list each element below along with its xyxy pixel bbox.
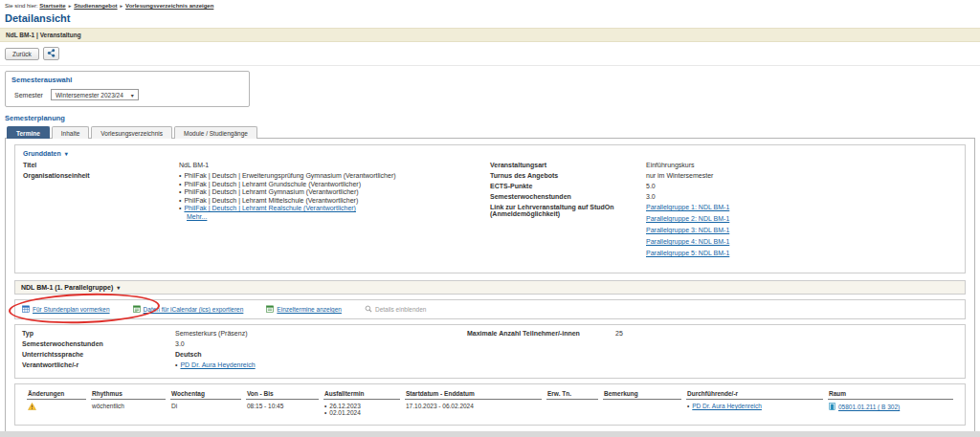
col-header-rhythmus[interactable]: Rhythmus (91, 388, 166, 400)
verantwortliche-link[interactable]: PD Dr. Aura Heydenreich (180, 361, 255, 368)
col-header-aenderungen[interactable]: Änderungen (27, 388, 86, 400)
col-header-von-bis[interactable]: Von - Bis (246, 388, 319, 400)
magnifier-icon (365, 305, 372, 314)
schedule-table-box: Änderungen Rhythmus Wochentag Von - Bis … (14, 383, 966, 426)
breadcrumb-link-startseite[interactable]: Startseite (39, 3, 65, 9)
stundenplan-vormerken-action[interactable]: Für Stundenplan vormerken (22, 305, 110, 314)
warning-icon (28, 404, 36, 411)
ausfalltermin-2: 02.01.2024 (324, 409, 399, 416)
wochentag-cell: Di (170, 400, 241, 419)
semester-selection-heading: Semesterauswahl (11, 76, 243, 84)
max-teilnehmer-value: 25 (615, 330, 623, 337)
actions-box: Für Stundenplan vormerken Daten für iCal… (14, 299, 966, 319)
titel-label: Titel (23, 162, 179, 168)
max-teilnehmer-label: Maximale Anzahl Teilnehmer/-innen (467, 330, 615, 337)
share-button[interactable] (43, 47, 59, 60)
bemerkung-cell (603, 400, 681, 419)
einzeltermine-anzeigen-action[interactable]: Einzeltermine anzeigen (266, 305, 342, 314)
col-header-wochentag[interactable]: Wochentag (170, 388, 241, 400)
erw-tn-cell (546, 400, 598, 419)
details-einblenden-label: Details einblenden (375, 306, 426, 313)
org-item: PhilFak | Deutsch | Lehramt Grundschule … (179, 181, 490, 187)
organisationseinheit-label: Organisationseinheit (23, 172, 179, 220)
group-sws-label: Semesterwochenstunden (22, 340, 175, 347)
icalendar-export-action[interactable]: Daten für iCalendar (ics) exportieren (133, 305, 244, 314)
details-einblenden-action[interactable]: Details einblenden (365, 305, 426, 314)
semester-planning-section: Semesterplanung Termine Inhalte Vorlesun… (5, 114, 975, 431)
col-header-durchfuehrende[interactable]: Durchführende/-r (686, 388, 823, 400)
grunddaten-box: Grunddaten Titel NdL BM-1 Organisationse… (14, 144, 966, 273)
context-bar: NdL BM-1 | Veranstaltung (0, 28, 980, 42)
typ-value: Semesterkurs (Präsenz) (175, 330, 467, 337)
ausfalltermin-cell: 26.12.2023 02.01.2024 (323, 400, 400, 419)
mehr-link[interactable]: PhilFak | Deutsch | Lehramt Realschule (… (184, 205, 356, 211)
tab-vorlesungsverzeichnis[interactable]: Vorlesungsverzeichnis (91, 126, 172, 139)
tab-module-studiengaenge[interactable]: Module / Studiengänge (174, 126, 257, 139)
organisationseinheit-list: PhilFak | Deutsch | Erweiterungsprüfung … (179, 172, 490, 211)
calendar-icon (266, 305, 274, 314)
breadcrumb-prefix: Sie sind hier: (5, 3, 38, 9)
sws-value: 3.0 (646, 193, 957, 200)
breadcrumb-link-vorlesungsverzeichnis[interactable]: Vorlesungsverzeichnis anzeigen (118, 3, 214, 9)
timetable-icon (22, 305, 30, 314)
semester-label: Semester (14, 92, 43, 98)
turnus-value: nur im Wintersemester (646, 172, 957, 179)
share-icon (47, 49, 56, 58)
von-bis-cell: 08:15 - 10:45 (246, 400, 319, 419)
titel-value: NdL BM-1 (179, 162, 490, 168)
breadcrumb-link-studienangebot[interactable]: Studienangebot (66, 3, 118, 9)
col-header-startdatum-enddatum[interactable]: Startdatum - Enddatum (405, 388, 542, 400)
semester-selection-box: Semesterauswahl Semester Wintersemester … (5, 71, 250, 107)
grunddaten-heading[interactable]: Grunddaten (23, 150, 957, 157)
room-link[interactable]: 05801.01.211 ( B 302) (838, 404, 900, 410)
group-details-box: Typ Semesterkurs (Präsenz) Maximale Anza… (14, 324, 966, 379)
unterrichtssprache-label: Unterrichtssprache (22, 351, 175, 358)
turnus-label: Turnus des Angebots (490, 172, 646, 179)
sws-label: Semesterwochenstunden (490, 193, 646, 200)
semester-planning-heading: Semesterplanung (5, 114, 975, 122)
rhythmus-cell: wöchentlich (91, 400, 166, 419)
tab-bar: Termine Inhalte Vorlesungsverzeichnis Mo… (5, 126, 975, 139)
calendar-export-icon (133, 305, 141, 314)
veranstaltungsart-label: Veranstaltungsart (490, 162, 646, 168)
toolbar: Zurück (0, 42, 980, 66)
org-item: PhilFak | Deutsch | Lehramt Mittelschule… (179, 197, 490, 204)
page-title: Detailansicht (0, 10, 980, 28)
semester-select-value: Wintersemester 2023/24 (56, 92, 123, 98)
tab-termine[interactable]: Termine (7, 126, 50, 139)
ausfalltermin-1: 26.12.2023 (324, 403, 399, 409)
einzeltermine-anzeigen-label: Einzeltermine anzeigen (277, 306, 342, 313)
raum-cell: 05801.01.211 ( B 302) (828, 400, 953, 419)
studon-links: Parallelgruppe 1: NDL BM-1 Parallelgrupp… (646, 204, 957, 261)
col-header-ausfalltermin[interactable]: Ausfalltermin (323, 388, 400, 400)
icalendar-export-label: Daten für iCalendar (ics) exportieren (144, 306, 244, 313)
parallelgruppe-header[interactable]: NDL BM-1 (1. Parallelgruppe) (14, 280, 966, 295)
durchfuehrende-cell: PD Dr. Aura Heydenreich (686, 400, 823, 419)
col-header-raum[interactable]: Raum (828, 388, 953, 400)
back-button[interactable]: Zurück (5, 48, 39, 60)
typ-label: Typ (22, 330, 175, 337)
semester-select[interactable]: Wintersemester 2023/24 (51, 89, 139, 100)
parallelgruppe-5-link[interactable]: Parallelgruppe 5: NDL BM-1 (646, 250, 729, 256)
veranstaltungsart-value: Einführungskurs (646, 162, 957, 168)
stundenplan-vormerken-label: Für Stundenplan vormerken (33, 306, 110, 313)
group-sws-value: 3.0 (175, 340, 467, 347)
col-header-bemerkung[interactable]: Bemerkung (603, 388, 681, 400)
parallelgruppe-4-link[interactable]: Parallelgruppe 4: NDL BM-1 (646, 238, 729, 245)
tab-inhalte[interactable]: Inhalte (52, 126, 90, 139)
parallelgruppe-1-link[interactable]: Parallelgruppe 1: NDL BM-1 (646, 204, 729, 210)
col-header-erw-tn[interactable]: Erw. Tn. (546, 388, 598, 400)
parallelgruppe-3-link[interactable]: Parallelgruppe 3: NDL BM-1 (646, 227, 729, 233)
table-row: wöchentlich Di 08:15 - 10:45 26.12.2023 … (27, 400, 953, 419)
durchfuehrende-link[interactable]: PD Dr. Aura Heydenreich (692, 403, 762, 409)
parallelgruppe-2-link[interactable]: Parallelgruppe 2: NDL BM-1 (646, 215, 729, 222)
org-item: PhilFak | Deutsch | Lehramt Gymnasium (V… (179, 188, 490, 195)
schedule-table: Änderungen Rhythmus Wochentag Von - Bis … (22, 388, 958, 419)
zeitraum-cell: 17.10.2023 - 06.02.2024 (405, 400, 542, 419)
mehr-link[interactable]: Mehr... (187, 213, 207, 220)
tab-panel-termine: Grunddaten Titel NdL BM-1 Organisationse… (5, 138, 975, 431)
ects-value: 5.0 (646, 183, 957, 189)
room-icon (829, 403, 835, 411)
breadcrumb: Sie sind hier: StartseiteStudienangebotV… (0, 0, 980, 10)
ects-label: ECTS-Punkte (490, 183, 646, 189)
